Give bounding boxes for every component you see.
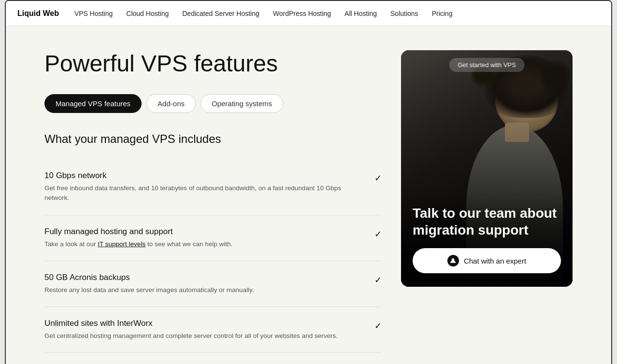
nav-item-vps-hosting[interactable]: VPS Hosting bbox=[74, 10, 113, 17]
person-icon bbox=[450, 258, 456, 264]
browser-frame: Liquid Web VPS Hosting Cloud Hosting Ded… bbox=[5, 0, 612, 364]
nav-item-wordpress-hosting[interactable]: WordPress Hosting bbox=[273, 10, 331, 17]
nav-item-pricing[interactable]: Pricing bbox=[432, 10, 453, 17]
it-support-levels-link[interactable]: IT support levels bbox=[98, 240, 145, 248]
feature-title-network: 10 Gbps network bbox=[44, 171, 365, 181]
navbar: Liquid Web VPS Hosting Cloud Hosting Ded… bbox=[6, 1, 611, 26]
tab-managed-vps[interactable]: Managed VPS features bbox=[44, 94, 142, 113]
feature-desc-interworx: Get centralized hosting management and c… bbox=[44, 331, 365, 341]
get-started-badge: Get started with VPS bbox=[449, 58, 525, 72]
feature-text-backups: 50 GB Acronis backups Restore any lost d… bbox=[44, 273, 374, 295]
nav-item-all-hosting[interactable]: All Hosting bbox=[344, 10, 377, 17]
tabs-container: Managed VPS features Add-ons Operating s… bbox=[44, 94, 382, 113]
main-content: Powerful VPS features Managed VPS featur… bbox=[6, 26, 611, 364]
feature-text-managed-hosting: Fully managed hosting and support Take a… bbox=[44, 227, 374, 249]
checkmark-interworx: ✓ bbox=[374, 321, 382, 331]
feature-title-backups: 50 GB Acronis backups bbox=[44, 273, 365, 282]
feature-title-managed-hosting: Fully managed hosting and support bbox=[44, 227, 365, 237]
left-panel: Powerful VPS features Managed VPS featur… bbox=[44, 50, 382, 353]
nav-item-cloud-hosting[interactable]: Cloud Hosting bbox=[126, 10, 169, 17]
feature-item-backups: 50 GB Acronis backups Restore any lost d… bbox=[44, 261, 382, 307]
feature-desc-managed-hosting: Take a look at our IT support levels to … bbox=[44, 239, 365, 249]
feature-desc-backups: Restore any lost data and save server im… bbox=[44, 285, 365, 295]
chat-icon bbox=[447, 255, 459, 266]
feature-text-interworx: Unlimited sites with InterWorx Get centr… bbox=[44, 319, 374, 341]
features-heading: What your managed VPS includes bbox=[44, 132, 382, 146]
desc-prefix: Take a look at our bbox=[44, 240, 98, 248]
tab-operating-systems[interactable]: Operating systems bbox=[201, 94, 283, 113]
checkmark-managed-hosting: ✓ bbox=[374, 229, 382, 239]
nav-item-solutions[interactable]: Solutions bbox=[390, 10, 418, 17]
right-panel: Get started with VPS Talk to our team ab… bbox=[401, 50, 573, 353]
feature-item-interworx: Unlimited sites with InterWorx Get centr… bbox=[44, 307, 382, 353]
tab-add-ons[interactable]: Add-ons bbox=[146, 94, 196, 113]
brand-logo[interactable]: Liquid Web bbox=[17, 9, 59, 18]
promo-card: Get started with VPS Talk to our team ab… bbox=[401, 50, 573, 287]
feature-text-network: 10 Gbps network Get free inbound data tr… bbox=[44, 171, 374, 203]
feature-item-network: 10 Gbps network Get free inbound data tr… bbox=[44, 159, 382, 215]
desc-suffix: to see what we can help with. bbox=[145, 240, 232, 248]
page-title: Powerful VPS features bbox=[44, 50, 382, 77]
feature-desc-network: Get free inbound data transfers, and 10 … bbox=[44, 183, 365, 203]
chat-button[interactable]: Chat with an expert bbox=[413, 248, 561, 273]
feature-item-managed-hosting: Fully managed hosting and support Take a… bbox=[44, 215, 382, 261]
checkmark-network: ✓ bbox=[374, 173, 382, 183]
feature-title-interworx: Unlimited sites with InterWorx bbox=[44, 319, 365, 328]
nav-links: VPS Hosting Cloud Hosting Dedicated Serv… bbox=[74, 9, 453, 18]
card-overlay: Talk to our team about migration support… bbox=[401, 193, 573, 287]
nav-item-dedicated-server-hosting[interactable]: Dedicated Server Hosting bbox=[182, 10, 259, 17]
chat-button-label: Chat with an expert bbox=[464, 257, 526, 265]
checkmark-backups: ✓ bbox=[374, 275, 382, 285]
card-tagline: Talk to our team about migration support bbox=[413, 205, 561, 238]
